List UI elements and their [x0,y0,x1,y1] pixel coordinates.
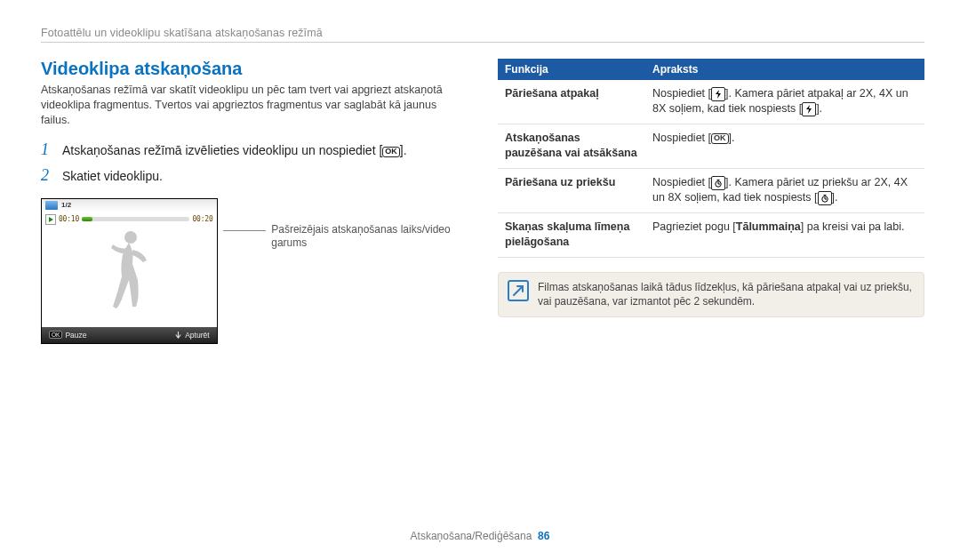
table-header-function: Funkcija [498,59,645,80]
svg-rect-4 [823,195,826,196]
step-1: 1 Atskaņošanas režīmā izvēlieties videok… [41,140,468,160]
timer-icon [711,176,725,190]
breadcrumb: Fotoattēlu un videoklipu skatīšana atska… [41,27,924,39]
section-title: Videoklipa atskaņošana [41,59,468,79]
pause-hint: OK Pauze [49,331,87,340]
page-footer: Atskaņošana/Rediģēšana 86 [0,530,960,542]
description-cell: Nospiediet []. Kamera pāriet atpakaļ ar … [645,80,924,124]
timer-icon [818,191,832,205]
function-cell: Skaņas skaļuma līmeņa pielāgošana [498,212,645,257]
function-cell: Pāriešana uz priekšu [498,168,645,212]
step-text: Skatiet videoklipu. [62,168,163,186]
table-row: Pāriešana uz priekšu Nospiediet []. Kame… [498,168,924,212]
info-note: Filmas atskaņošanas laikā tādus līdzekļu… [498,272,924,318]
play-icon [45,214,56,225]
flash-icon [711,87,725,101]
footer-section: Atskaņošana/Rediģēšana [411,530,532,542]
progress-bar [82,217,189,221]
step-text-post: ]. [400,143,407,157]
description-cell: Nospiediet []. Kamera pāriet uz priekšu … [645,168,924,212]
down-icon [174,331,182,339]
description-cell: Pagrieziet pogu [Tālummaiņa] pa kreisi v… [645,212,924,257]
stop-label: Apturēt [185,331,209,340]
step-2: 2 Skatiet videoklipu. [41,166,468,186]
pause-label: Pauze [65,331,86,340]
function-cell: Pāriešana atpakaļ [498,80,645,124]
step-number: 2 [41,166,53,185]
step-text: Atskaņošanas režīmā izvēlieties videokli… [62,142,407,160]
description-cell: Nospiediet [OK]. [645,124,924,169]
annotation-leader [223,230,267,231]
intro-text: Atskaņošanas režīmā var skatīt videoklip… [41,83,468,128]
stop-hint: Apturēt [174,331,209,340]
annotation-text: Pašreizējais atskaņošanas laiks/video ga… [271,223,468,251]
page-number: 86 [538,530,549,542]
info-icon [508,280,529,301]
table-row: Skaņas skaļuma līmeņa pielāgošana Pagrie… [498,212,924,257]
svg-point-0 [124,231,137,244]
zoom-button-name: Tālummaiņa [736,220,801,233]
separator [41,42,924,43]
info-text: Filmas atskaņošanas laikā tādus līdzekļu… [538,280,915,310]
step-text-pre: Atskaņošanas režīmā izvēlieties videokli… [62,143,382,157]
svg-rect-2 [717,180,720,180]
time-total: 00:20 [192,215,212,223]
function-table: Funkcija Apraksts Pāriešana atpakaļ Nosp… [498,59,924,258]
picture-icon [45,201,58,210]
table-row: Pāriešana atpakaļ Nospiediet []. Kamera … [498,80,924,124]
table-header-description: Apraksts [645,59,924,80]
video-preview: 1/2 00:10 00:20 [41,198,218,344]
table-row: Atskaņošanas pauzēšana vai atsākšana Nos… [498,124,924,169]
media-counter: 1/2 [61,201,71,209]
ok-icon: OK [711,133,729,144]
step-number: 1 [41,140,53,159]
function-cell: Atskaņošanas pauzēšana vai atsākšana [498,124,645,169]
ok-key-icon: OK [49,331,62,339]
time-current: 00:10 [59,215,79,223]
skater-silhouette [93,225,164,314]
flash-icon [802,102,816,116]
ok-icon: OK [382,147,400,157]
